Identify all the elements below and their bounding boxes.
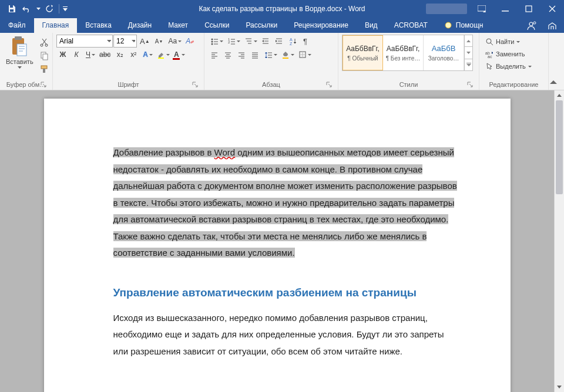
underline-button[interactable]: Ч xyxy=(83,48,96,61)
select-button[interactable]: Выделить xyxy=(483,60,534,72)
tab-home[interactable]: Главная xyxy=(34,18,78,33)
paragraph-1[interactable]: Добавление разрывов в Word одним из выше… xyxy=(113,144,458,262)
tab-insert[interactable]: Вставка xyxy=(77,18,120,33)
undo-dropdown[interactable] xyxy=(35,2,41,16)
document-area[interactable]: Добавление разрывов в Word одним из выше… xyxy=(0,90,554,392)
paste-button[interactable]: Вставить xyxy=(4,35,36,70)
tell-me[interactable]: Помощн xyxy=(436,18,492,33)
scroll-track[interactable] xyxy=(555,100,564,382)
user-account[interactable] xyxy=(423,0,470,17)
tab-file[interactable]: Файл xyxy=(0,18,34,33)
paste-label: Вставить xyxy=(6,58,33,65)
redo-button[interactable] xyxy=(42,2,56,16)
qat-customize[interactable] xyxy=(62,2,69,16)
replace-icon: abac xyxy=(485,50,494,58)
highlight-button[interactable] xyxy=(155,48,171,61)
share-button[interactable] xyxy=(524,19,538,33)
maximize-button[interactable] xyxy=(517,0,540,17)
bullets-button[interactable] xyxy=(208,35,224,48)
styles-expand[interactable] xyxy=(465,59,472,70)
chevron-down-icon xyxy=(18,66,22,69)
font-dialog-launcher[interactable] xyxy=(192,82,199,89)
font-color-button[interactable]: A xyxy=(172,48,186,61)
font-name-input[interactable] xyxy=(59,37,107,45)
style-heading1[interactable]: АаБбВ Заголово… xyxy=(424,35,464,70)
heading-2[interactable]: Управление автоматическим разбиением на … xyxy=(113,286,458,299)
tab-acrobat[interactable]: ACROBAT xyxy=(386,18,436,33)
align-right-button[interactable] xyxy=(235,48,248,61)
tab-mailings[interactable]: Рассылки xyxy=(237,18,286,33)
multilevel-list-button[interactable] xyxy=(242,35,258,48)
close-button[interactable] xyxy=(540,0,564,17)
svg-text:2: 2 xyxy=(228,40,230,44)
selected-text-pre: Добавление разрывов в xyxy=(113,147,214,157)
show-marks-button[interactable]: ¶ xyxy=(300,35,313,48)
bold-button[interactable]: Ж xyxy=(56,48,69,61)
shrink-font-button[interactable]: A▼ xyxy=(153,35,166,48)
cut-button[interactable] xyxy=(37,36,51,49)
style-no-spacing[interactable]: АаБбВвГг, ¶ Без инте… xyxy=(383,35,424,70)
group-font-label: Шрифт xyxy=(118,81,139,88)
svg-point-9 xyxy=(533,22,536,24)
svg-point-23 xyxy=(212,41,213,43)
superscript-button[interactable]: x² xyxy=(127,48,140,61)
styles-scroll-down[interactable] xyxy=(465,47,472,59)
tab-view[interactable]: Вид xyxy=(357,18,386,33)
tab-review[interactable]: Рецензирование xyxy=(286,18,357,33)
svg-text:Z: Z xyxy=(290,42,293,45)
svg-rect-32 xyxy=(466,63,471,63)
decrease-indent-button[interactable] xyxy=(259,35,272,48)
clear-formatting-button[interactable]: A xyxy=(183,35,196,48)
tab-references[interactable]: Ссылки xyxy=(196,18,237,33)
styles-dialog-launcher[interactable] xyxy=(467,82,474,89)
shading-button[interactable] xyxy=(279,48,296,61)
group-editing: Найти abac Заменить Выделить Редактирова… xyxy=(479,33,549,90)
copy-button[interactable] xyxy=(37,49,51,62)
find-button[interactable]: Найти xyxy=(483,36,522,48)
svg-rect-21 xyxy=(173,58,180,60)
styles-scroll-up[interactable] xyxy=(465,35,472,47)
activity-button[interactable] xyxy=(545,19,559,33)
scroll-thumb[interactable] xyxy=(556,100,563,194)
scroll-up-button[interactable] xyxy=(555,90,564,100)
collapse-ribbon-button[interactable] xyxy=(550,79,562,89)
align-left-button[interactable] xyxy=(208,48,221,61)
svg-point-8 xyxy=(529,22,533,26)
group-styles-label: Стили xyxy=(400,81,418,88)
replace-button[interactable]: abac Заменить xyxy=(483,48,527,60)
line-spacing-button[interactable] xyxy=(262,48,278,61)
borders-button[interactable] xyxy=(296,48,313,61)
strikethrough-button[interactable]: abc xyxy=(97,48,113,61)
subscript-button[interactable]: x₂ xyxy=(113,48,126,61)
scroll-down-button[interactable] xyxy=(555,382,564,392)
svg-point-7 xyxy=(445,22,451,28)
undo-button[interactable] xyxy=(20,2,34,16)
paragraph-2[interactable]: Исходя из вышесказанного, нередко помимо… xyxy=(113,310,458,360)
grow-font-button[interactable]: A▲ xyxy=(137,35,152,48)
increase-indent-button[interactable] xyxy=(273,35,286,48)
italic-button[interactable]: К xyxy=(70,48,83,61)
tab-layout[interactable]: Макет xyxy=(160,18,196,33)
text-effects-button[interactable]: A xyxy=(140,48,154,61)
tab-design[interactable]: Дизайн xyxy=(120,18,160,33)
change-case-button[interactable]: Aa xyxy=(166,35,183,48)
numbering-button[interactable]: 12 xyxy=(225,35,241,48)
save-button[interactable] xyxy=(5,2,19,16)
font-name-combo[interactable] xyxy=(56,35,113,48)
clipboard-dialog-launcher[interactable] xyxy=(41,82,48,89)
align-center-button[interactable] xyxy=(221,48,234,61)
format-painter-button[interactable] xyxy=(37,63,51,76)
paragraph-dialog-launcher[interactable] xyxy=(326,82,333,89)
minimize-button[interactable] xyxy=(494,0,517,17)
page[interactable]: Добавление разрывов в Word одним из выше… xyxy=(44,99,511,392)
sort-button[interactable]: AZ xyxy=(286,35,299,48)
font-size-combo[interactable] xyxy=(113,35,137,48)
group-styles: АаБбВвГг, ¶ Обычный АаБбВвГг, ¶ Без инте… xyxy=(338,33,479,90)
style-normal[interactable]: АаБбВвГг, ¶ Обычный xyxy=(343,35,383,70)
ribbon-display-options[interactable] xyxy=(470,0,494,17)
font-size-input[interactable] xyxy=(116,37,132,45)
svg-rect-11 xyxy=(15,36,22,40)
svg-rect-2 xyxy=(63,6,68,7)
justify-button[interactable] xyxy=(249,48,261,61)
ribbon: Вставить Буфер обм… A▲ A▼ Aa A xyxy=(0,33,564,90)
